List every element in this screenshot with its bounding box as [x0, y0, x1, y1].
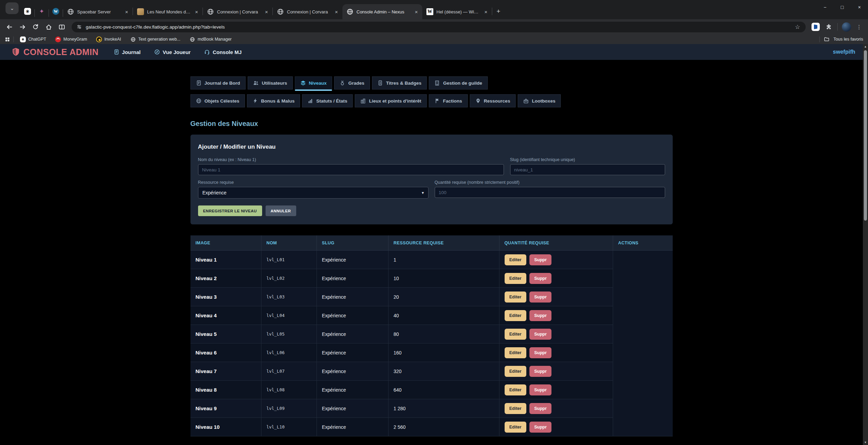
delete-button[interactable]: Suppr [529, 254, 551, 265]
close-icon[interactable]: × [483, 9, 488, 15]
tab-bonus-malus[interactable]: Bonus & Malus [247, 94, 300, 107]
col-image: IMAGE [190, 235, 261, 250]
home-button[interactable] [43, 21, 54, 33]
scrollbar-thumb[interactable] [864, 50, 867, 221]
nav-vue-joueur[interactable]: Vue Joueur [154, 49, 190, 55]
tab-journal-de-bord[interactable]: Journal de Bord [190, 76, 246, 89]
close-icon[interactable]: × [414, 9, 419, 15]
page-title: Gestion des Niveaux [190, 120, 673, 128]
close-icon[interactable]: × [194, 9, 199, 15]
edit-button[interactable]: Editer [505, 329, 526, 340]
tab-utilisateurs[interactable]: Utilisateurs [248, 76, 293, 89]
browser-tab[interactable]: Les Neuf Mondes de la Mythol × [133, 4, 203, 19]
username[interactable]: swefpifh [833, 49, 855, 55]
profile-avatar[interactable] [840, 21, 852, 33]
tab-niveaux[interactable]: Niveaux [295, 76, 332, 89]
level-name-input[interactable] [198, 164, 504, 175]
bookmark-chatgpt[interactable]: ✳ ChatGPT [17, 36, 49, 42]
reload-button[interactable] [30, 21, 41, 33]
browser-tab[interactable]: Spacebar Server × [63, 4, 133, 19]
save-level-button[interactable]: ENREGISTRER LE NIVEAU [198, 205, 262, 216]
browser-tab[interactable]: Connexion | Corvara × [273, 4, 342, 19]
delete-button[interactable]: Suppr [529, 347, 551, 358]
tab-lootboxes[interactable]: Lootboxes [518, 94, 561, 107]
site-settings-icon[interactable] [76, 24, 82, 30]
edit-button[interactable]: Editer [505, 292, 526, 303]
chatgpt-icon: ✳ [24, 8, 31, 15]
scroll-down-icon[interactable]: ▼ [863, 440, 868, 445]
edit-button[interactable]: Editer [505, 422, 526, 433]
back-button[interactable] [3, 21, 15, 33]
pinned-tab-wordpress[interactable]: W [49, 6, 63, 17]
delete-button[interactable]: Suppr [529, 422, 551, 433]
brand[interactable]: CONSOLE ADMIN [12, 47, 99, 57]
tab-lieux-poi[interactable]: Lieux et points d'intérêt [355, 94, 427, 107]
quantity-input[interactable] [435, 187, 665, 198]
tab-factions[interactable]: Factions [429, 94, 468, 107]
extensions-button[interactable] [823, 21, 835, 33]
slug-input[interactable] [510, 164, 665, 175]
url-text[interactable]: galactic-pve-conquest-c7fe.dev.flatlogic… [86, 24, 225, 30]
nav-console-mj[interactable]: Console MJ [204, 49, 241, 55]
maximize-button[interactable]: □ [834, 0, 851, 14]
split-view-button[interactable] [56, 21, 68, 33]
page-scrollbar[interactable]: ▲ ▼ [863, 44, 868, 445]
edit-button[interactable]: Editer [505, 403, 526, 414]
edit-button[interactable]: Editer [505, 310, 526, 321]
delete-button[interactable]: Suppr [529, 292, 551, 303]
close-icon[interactable]: × [124, 9, 129, 15]
edit-button[interactable]: Editer [505, 347, 526, 358]
tab-grades[interactable]: Grades [334, 76, 370, 89]
edit-button[interactable]: Editer [505, 366, 526, 377]
bookmark-invokeai[interactable]: InvokeAI [93, 36, 124, 42]
tab-objets-celestes[interactable]: Objets Célestes [190, 94, 245, 107]
bookmark-label: MoneyGram [63, 37, 87, 42]
tab-titres-badges[interactable]: Titres & Badges [372, 76, 427, 89]
tab-gestion-guilde[interactable]: Gestion de guilde [429, 76, 487, 89]
bookmark-star-icon[interactable]: ☆ [792, 23, 803, 31]
apps-grid-icon[interactable] [5, 37, 10, 42]
edit-button[interactable]: Editer [505, 254, 526, 265]
minimize-button[interactable]: − [816, 0, 834, 14]
extension-icon [812, 23, 820, 31]
all-bookmarks[interactable]: Tous les favoris [819, 36, 863, 42]
delete-button[interactable]: Suppr [529, 273, 551, 284]
bookmark-mdbook[interactable]: mdBook Manager [187, 36, 235, 42]
edit-button[interactable]: Editer [505, 273, 526, 284]
scroll-up-icon[interactable]: ▲ [863, 44, 868, 49]
delete-button[interactable]: Suppr [529, 310, 551, 321]
close-icon[interactable]: × [264, 9, 269, 15]
tab-search-button[interactable]: ⌄ [6, 2, 19, 14]
bookmark-textgen[interactable]: Text generation web... [127, 36, 183, 42]
browser-tab-active[interactable]: Console Admin – Nexus × [342, 4, 422, 19]
browser-tab[interactable]: W Hel (déesse) — Wikipédia × [422, 4, 492, 19]
edit-button[interactable]: Editer [505, 384, 526, 395]
delete-button[interactable]: Suppr [529, 329, 551, 340]
nav-label: Console MJ [213, 49, 241, 55]
nav-journal[interactable]: Journal [114, 49, 141, 55]
delete-button[interactable]: Suppr [529, 384, 551, 395]
new-tab-button[interactable]: + [492, 5, 505, 18]
city-icon [360, 98, 366, 104]
table-header: IMAGE NOM SLUG RESSOURCE REQUISE QUANTIT… [190, 235, 673, 251]
close-window-button[interactable]: × [851, 0, 868, 14]
resource-select-value: Expérience [203, 190, 227, 195]
cancel-button[interactable]: ANNULER [266, 205, 296, 216]
close-icon[interactable]: × [334, 9, 339, 15]
users-icon [253, 80, 259, 86]
address-bar[interactable]: galactic-pve-conquest-c7fe.dev.flatlogic… [72, 22, 806, 32]
resource-select[interactable]: Expérience ▾ [198, 187, 428, 199]
level-name: Niveau 8 [190, 381, 261, 399]
bookmark-moneygram[interactable]: MoneyGram [52, 36, 90, 42]
forward-button[interactable] [17, 21, 28, 33]
pinned-tab-chatgpt[interactable]: ✳ [21, 6, 34, 17]
delete-button[interactable]: Suppr [529, 366, 551, 377]
delete-button[interactable]: Suppr [529, 403, 551, 414]
app-header: CONSOLE ADMIN Journal Vue Joueur Console… [0, 44, 863, 60]
tab-ressources[interactable]: Ressources [470, 94, 516, 107]
extension-shortcut[interactable] [810, 21, 822, 33]
menu-kebab-icon[interactable]: ⋮ [854, 24, 865, 30]
pinned-tab-gemini[interactable]: ✦ [35, 6, 49, 17]
browser-tab[interactable]: Connexion | Corvara × [203, 4, 272, 19]
tab-statuts-etats[interactable]: Statuts / États [302, 94, 353, 107]
